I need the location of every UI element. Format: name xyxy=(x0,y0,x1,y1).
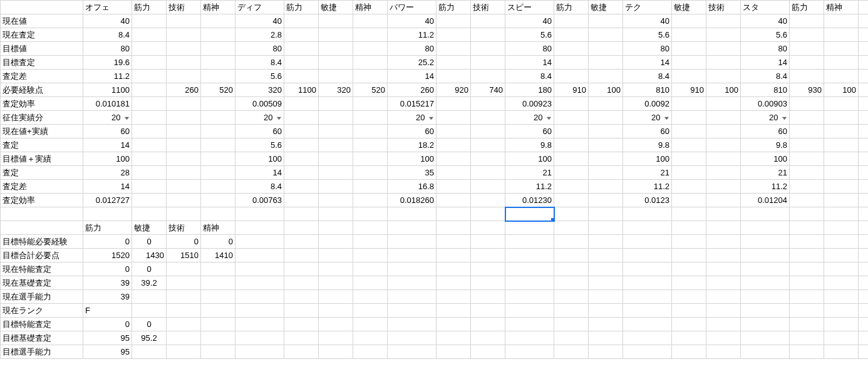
cell[interactable] xyxy=(201,138,235,152)
cell[interactable] xyxy=(167,207,201,221)
cell[interactable] xyxy=(790,42,824,56)
cell[interactable] xyxy=(437,28,471,42)
cell[interactable]: 39.2 xyxy=(132,276,167,290)
cell[interactable] xyxy=(319,152,353,166)
cell[interactable] xyxy=(388,235,437,249)
cell[interactable]: 敏捷 xyxy=(672,1,706,14)
cell[interactable] xyxy=(554,194,589,207)
cell[interactable] xyxy=(167,14,201,28)
cell[interactable]: 精神 xyxy=(824,1,859,14)
cell[interactable] xyxy=(167,166,201,180)
cell[interactable] xyxy=(589,221,623,235)
cell[interactable] xyxy=(790,290,824,304)
cell[interactable]: 目標値 xyxy=(1,42,83,56)
cell[interactable] xyxy=(706,42,741,56)
cell[interactable] xyxy=(319,70,353,83)
cell[interactable] xyxy=(353,304,388,318)
cell[interactable]: 現在ランク xyxy=(1,304,83,318)
cell[interactable] xyxy=(706,111,741,125)
cell[interactable]: 敏捷 xyxy=(589,1,623,14)
cell[interactable]: 1520 xyxy=(83,249,132,262)
cell[interactable] xyxy=(201,125,235,138)
cell[interactable] xyxy=(284,28,319,42)
cell[interactable] xyxy=(437,70,471,83)
cell[interactable] xyxy=(471,262,505,276)
cell[interactable] xyxy=(672,318,706,331)
cell[interactable]: 5.6 xyxy=(623,28,672,42)
cell[interactable]: 520 xyxy=(201,83,235,97)
cell[interactable] xyxy=(589,97,623,111)
cell[interactable] xyxy=(790,70,824,83)
cell[interactable]: 95.2 xyxy=(132,331,167,345)
cell[interactable] xyxy=(437,235,471,249)
cell[interactable] xyxy=(353,249,388,262)
cell[interactable] xyxy=(672,70,706,83)
cell[interactable]: 260 xyxy=(388,83,437,97)
cell[interactable]: 目標基礎査定 xyxy=(1,331,83,345)
cell[interactable] xyxy=(554,304,589,318)
cell[interactable] xyxy=(589,56,623,70)
cell[interactable] xyxy=(706,166,741,180)
cell[interactable] xyxy=(790,56,824,70)
cell[interactable]: 査定差 xyxy=(1,70,83,83)
cell[interactable] xyxy=(505,331,554,345)
cell[interactable]: 8.4 xyxy=(235,180,284,194)
cell[interactable] xyxy=(706,345,741,359)
cell[interactable] xyxy=(706,331,741,345)
cell[interactable] xyxy=(235,276,284,290)
cell[interactable] xyxy=(554,331,589,345)
cell[interactable] xyxy=(437,14,471,28)
cell[interactable] xyxy=(741,331,790,345)
cell[interactable]: 精神 xyxy=(201,221,235,235)
cell[interactable] xyxy=(706,304,741,318)
cell[interactable] xyxy=(437,180,471,194)
cell[interactable] xyxy=(706,194,741,207)
cell[interactable]: 80 xyxy=(83,42,132,56)
cell[interactable] xyxy=(790,138,824,152)
cell[interactable] xyxy=(132,83,167,97)
cell[interactable] xyxy=(319,166,353,180)
cell[interactable]: 19.6 xyxy=(83,56,132,70)
cell[interactable] xyxy=(471,276,505,290)
cell[interactable] xyxy=(388,276,437,290)
cell[interactable]: 9.8 xyxy=(741,138,790,152)
cell[interactable] xyxy=(790,152,824,166)
cell[interactable] xyxy=(167,125,201,138)
cell[interactable] xyxy=(672,345,706,359)
cell[interactable]: 0.010181 xyxy=(83,97,132,111)
cell[interactable] xyxy=(353,138,388,152)
cell[interactable] xyxy=(859,111,869,125)
cell[interactable]: 14 xyxy=(505,56,554,70)
cell[interactable] xyxy=(859,207,869,221)
cell[interactable] xyxy=(319,42,353,56)
cell[interactable]: 目標選手能力 xyxy=(1,345,83,359)
cell[interactable]: 25.2 xyxy=(388,56,437,70)
cell[interactable] xyxy=(706,290,741,304)
cell[interactable] xyxy=(505,249,554,262)
cell[interactable] xyxy=(790,125,824,138)
cell[interactable]: 80 xyxy=(741,42,790,56)
cell[interactable] xyxy=(790,331,824,345)
cell[interactable] xyxy=(132,345,167,359)
cell[interactable]: 0 xyxy=(167,235,201,249)
cell[interactable] xyxy=(132,304,167,318)
cell[interactable] xyxy=(471,304,505,318)
cell[interactable]: 0 xyxy=(201,235,235,249)
cell[interactable] xyxy=(284,221,319,235)
cell[interactable] xyxy=(672,152,706,166)
cell[interactable] xyxy=(388,207,437,221)
cell[interactable] xyxy=(132,42,167,56)
cell[interactable] xyxy=(706,249,741,262)
cell[interactable]: ディフ xyxy=(235,1,284,14)
cell[interactable] xyxy=(1,1,83,14)
cell[interactable] xyxy=(623,249,672,262)
cell[interactable] xyxy=(353,345,388,359)
cell[interactable]: 20 xyxy=(623,111,672,125)
cell[interactable] xyxy=(201,42,235,56)
cell[interactable] xyxy=(201,318,235,331)
cell[interactable] xyxy=(623,331,672,345)
cell[interactable] xyxy=(284,345,319,359)
cell[interactable] xyxy=(235,290,284,304)
cell[interactable]: 現在選手能力 xyxy=(1,290,83,304)
cell[interactable] xyxy=(471,42,505,56)
